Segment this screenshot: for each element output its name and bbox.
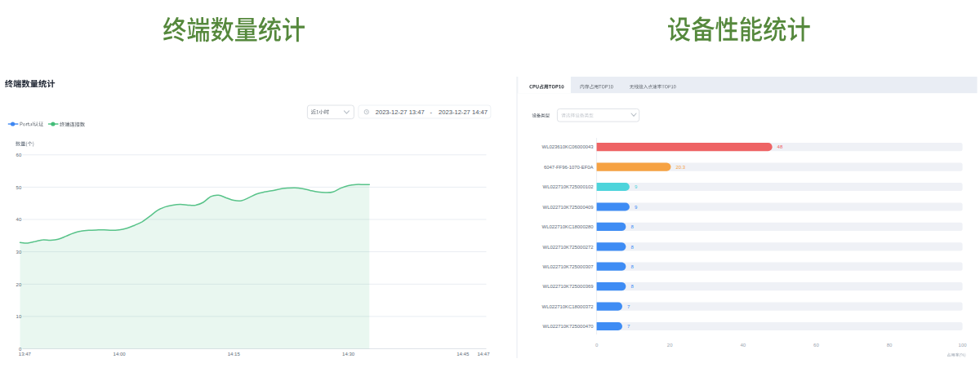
svg-text:60: 60: [813, 343, 819, 348]
svg-text:WL022710K725000272: WL022710K725000272: [543, 245, 594, 250]
svg-text:WL023610KC06000043: WL023610KC06000043: [542, 144, 595, 149]
svg-text:WL022710KC18000372: WL022710KC18000372: [542, 304, 594, 309]
svg-text:14:30: 14:30: [342, 352, 355, 356]
svg-text:60: 60: [16, 153, 22, 157]
svg-text:20.3: 20.3: [676, 165, 686, 170]
svg-text:40: 40: [16, 217, 22, 222]
svg-text:50: 50: [16, 185, 22, 190]
svg-text:WL022710KC18000280: WL022710KC18000280: [542, 224, 595, 229]
svg-text:2023-12-27 13:47: 2023-12-27 13:47: [376, 108, 425, 116]
svg-text:100: 100: [959, 343, 968, 348]
svg-text:14:00: 14:00: [114, 352, 127, 356]
svg-text:80: 80: [887, 343, 893, 348]
svg-text:WL022710K725000409: WL022710K725000409: [543, 205, 594, 210]
svg-text:40: 40: [740, 343, 746, 348]
svg-text:14:47: 14:47: [477, 352, 490, 356]
svg-text:20: 20: [667, 343, 673, 348]
svg-text:48: 48: [777, 144, 783, 149]
svg-text:WL022710K725000470: WL022710K725000470: [543, 324, 595, 329]
svg-text:14:15: 14:15: [228, 352, 241, 356]
svg-text:WL022710K725000307: WL022710K725000307: [543, 264, 594, 269]
svg-text:6047-FF96-1070-EF0A: 6047-FF96-1070-EF0A: [544, 165, 594, 170]
svg-text:2023-12-27 14:47: 2023-12-27 14:47: [439, 108, 488, 116]
svg-text:13:47: 13:47: [19, 352, 32, 356]
svg-text:WL022710K725000369: WL022710K725000369: [543, 284, 594, 289]
svg-text:WL022710K725000102: WL022710K725000102: [543, 184, 594, 189]
svg-text:14:45: 14:45: [457, 352, 470, 356]
